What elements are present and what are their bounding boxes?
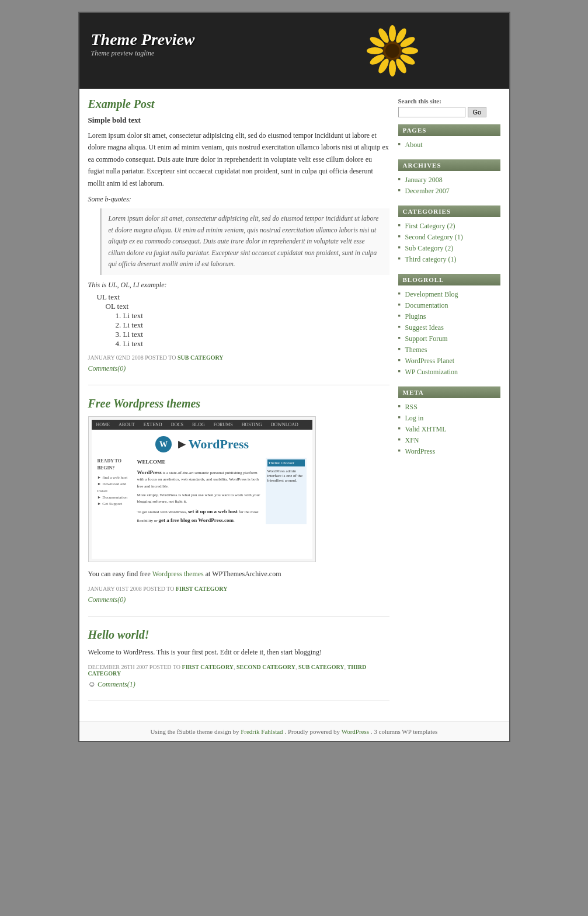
wp-admin-text: WordPress admin interface is one of the …	[267, 469, 305, 483]
wp-left-link-2: ► Download and Install	[98, 481, 133, 494]
main-content: Example Post Simple bold text Lorem ipsu…	[88, 97, 389, 713]
meta-title: META	[398, 386, 500, 398]
post-meta-2: JANUARY 01ST 2008 POSTED TO FIRST CATEGO…	[88, 586, 389, 592]
post-cat-first[interactable]: FIRST CATEGORY	[182, 664, 234, 670]
wp-logo-text: ►WordPress	[176, 437, 249, 452]
blogroll-plugins[interactable]: Plugins	[398, 311, 500, 322]
footer-text-before: Using the fSubtle theme design by	[151, 728, 239, 735]
archive-item-jan[interactable]: January 2008	[398, 175, 500, 186]
blogroll-themes[interactable]: Themes	[398, 344, 500, 356]
wp-themes-link[interactable]: Wordpress themes	[152, 570, 204, 578]
wp-logo: W ►WordPress	[155, 436, 249, 453]
wp-body: W ►WordPress READY TO BEGIN? ► find a we…	[92, 430, 312, 559]
wp-center-text3: To get started with WordPress, set it up…	[137, 507, 261, 524]
wp-left-col: READY TO BEGIN? ► find a web host ► Down…	[98, 458, 133, 524]
cat-item-third[interactable]: Third category (1)	[398, 254, 500, 265]
wp-screenshot: HOME ABOUT EXTEND DOCS BLOG FORUMS HOSTI…	[88, 416, 316, 562]
wp-nav-extend: EXTEND	[144, 422, 162, 427]
meta-xhtml[interactable]: Valid XHTML	[398, 424, 500, 435]
cat-item-first[interactable]: First Category (2)	[398, 221, 500, 232]
site-title: Theme Preview	[91, 30, 195, 49]
meta-list: RSS Log in Valid XHTML XFN WordPress	[398, 402, 500, 457]
li-item-3: Li text	[123, 330, 389, 339]
pages-title: PAGES	[398, 124, 500, 136]
svg-point-0	[389, 25, 396, 41]
post-bold-text: Simple bold text	[88, 116, 389, 125]
wp-nav-blog: BLOG	[192, 422, 205, 427]
footer-text-after: . 3 columns WP templates	[371, 728, 438, 735]
ul-list: UL text OL text Li text Li text Li text …	[97, 292, 389, 349]
ul-item-text: UL text OL text Li text Li text Li text …	[97, 292, 389, 349]
post-cat-second[interactable]: SECOND CATEGORY	[236, 664, 295, 670]
sidebar: Search this site: Go PAGES About ARCHIVE…	[398, 97, 500, 466]
svg-point-3	[402, 47, 418, 54]
wp-center-text2: More simply, WordPress is what you use w…	[137, 492, 261, 505]
bquotes-label: Some b-quotes:	[88, 195, 389, 204]
blogroll-dev[interactable]: Development Blog	[398, 289, 500, 300]
post-comments-1[interactable]: Comments(0)	[88, 364, 389, 373]
li-item-2: Li text	[123, 321, 389, 330]
blogroll-title: BLOGROLL	[398, 274, 500, 285]
meta-xfn[interactable]: XFN	[398, 435, 500, 446]
meta-wordpress[interactable]: WordPress	[398, 446, 500, 457]
search-section: Search this site: Go	[398, 97, 500, 117]
wp-nav-forums: FORUMS	[214, 422, 233, 427]
blogroll-wp-custom[interactable]: WP Customization	[398, 367, 500, 378]
post-title-example: Example Post	[88, 97, 389, 111]
post-cat-sub[interactable]: SUB CATEGORY	[298, 664, 345, 670]
archive-item-dec[interactable]: December 2007	[398, 186, 500, 197]
wp-nav-download: DOWNLOAD	[271, 422, 298, 427]
post-category-link-1[interactable]: SUB CATEGORY	[178, 354, 224, 361]
cat-item-sub[interactable]: Sub Category (2)	[398, 243, 500, 254]
footer-powered-link[interactable]: WordPress	[342, 728, 369, 735]
meta-login[interactable]: Log in	[398, 413, 500, 424]
wp-theme-box: Theme Chooser	[267, 459, 305, 466]
post-comments-2[interactable]: Comments(0)	[88, 595, 389, 604]
categories-section: CATEGORIES First Category (2) Second Cat…	[398, 206, 500, 265]
meta-rss[interactable]: RSS	[398, 402, 500, 413]
li-item-1: Li text	[123, 311, 389, 321]
post-body-1: Lorem ipsum dolor sit amet, consectetur …	[88, 130, 389, 189]
search-input[interactable]	[398, 107, 465, 117]
post-comments-3[interactable]: ☺ Comments(1)	[88, 680, 389, 689]
post-title-hello: Hello world!	[88, 628, 389, 642]
wp-nav-about: ABOUT	[119, 422, 135, 427]
wp-center-text: WordPress is a state-of-the-art semantic…	[137, 468, 261, 490]
wp-left-link-4: ► Get Support	[98, 501, 133, 507]
post-category-link-2[interactable]: FIRST CATEGORY	[176, 586, 227, 592]
blogroll-list: Development Blog Documentation Plugins S…	[398, 289, 500, 378]
ul-label: This is UL, OL, LI example:	[88, 281, 389, 290]
pages-list: About	[398, 140, 500, 151]
post-blockquote: Lorem ipsum dolor sit amet, consectetur …	[100, 208, 389, 275]
ol-item-text: OL text Li text Li text Li text Li text	[106, 302, 389, 349]
svg-point-6	[389, 60, 396, 76]
free-post-text: You can easy find free Wordpress themes …	[88, 568, 389, 580]
svg-point-9	[367, 47, 383, 54]
search-label: Search this site:	[398, 97, 500, 105]
wp-content-area: READY TO BEGIN? ► find a web host ► Down…	[98, 458, 307, 524]
footer-text-middle: . Proudly powered by	[284, 728, 340, 735]
site-header: Theme Preview Theme preview tagline	[79, 13, 509, 89]
post-free-themes: Free Wordpress themes HOME ABOUT EXTEND …	[88, 397, 389, 617]
blogroll-support[interactable]: Support Forum	[398, 333, 500, 344]
categories-list: First Category (2) Second Category (1) S…	[398, 221, 500, 265]
blogroll-docs[interactable]: Documentation	[398, 300, 500, 311]
meta-section: META RSS Log in Valid XHTML XFN WordPres…	[398, 386, 500, 457]
cat-item-second[interactable]: Second Category (1)	[398, 232, 500, 243]
archives-section: ARCHIVES January 2008 December 2007	[398, 159, 500, 197]
blogroll-wp-planet[interactable]: WordPress Planet	[398, 356, 500, 367]
svg-text:W: W	[159, 440, 168, 449]
wp-nav-home: HOME	[96, 422, 110, 427]
search-button[interactable]: Go	[468, 107, 487, 117]
wp-nav-bar: HOME ABOUT EXTEND DOCS BLOG FORUMS HOSTI…	[92, 420, 312, 430]
pages-item-about[interactable]: About	[398, 140, 500, 151]
wp-center-col: WELCOME WordPress is a state-of-the-art …	[137, 458, 261, 524]
blogroll-section: BLOGROLL Development Blog Documentation …	[398, 274, 500, 378]
footer-designer-link[interactable]: Fredrik Fahlstad	[241, 728, 283, 735]
wp-nav-docs: DOCS	[171, 422, 183, 427]
wp-nav-hosting: HOSTING	[242, 422, 262, 427]
site-tagline: Theme preview tagline	[91, 49, 195, 58]
blogroll-suggest[interactable]: Suggest Ideas	[398, 322, 500, 333]
pages-section: PAGES About	[398, 124, 500, 151]
site-footer: Using the fSubtle theme design by Fredri…	[79, 722, 509, 741]
